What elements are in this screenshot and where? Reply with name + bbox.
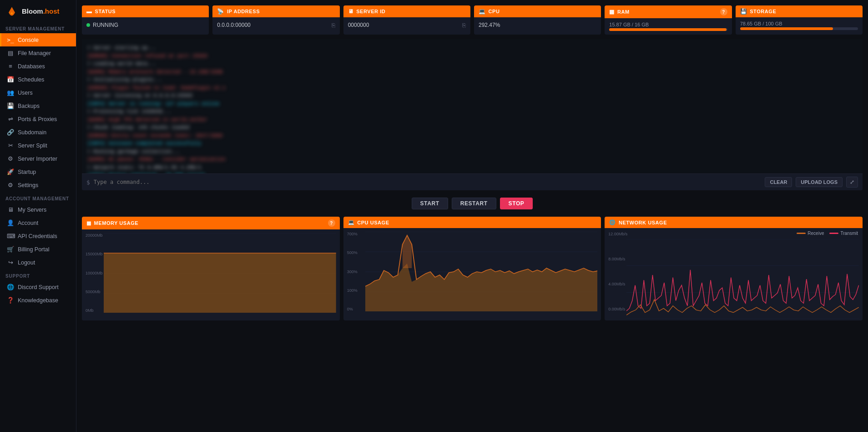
start-button[interactable]: START — [412, 198, 448, 209]
status-header-icon: ▬ — [86, 8, 92, 15]
serverid-header-icon: 🖥 — [348, 8, 354, 15]
console-input-row: $ CLEAR UPLOAD LOGS ⤢ — [82, 173, 863, 190]
support-label: SUPPORT — [0, 269, 76, 280]
sidebar-item-my-servers[interactable]: 🖥 My Servers — [0, 203, 76, 216]
serverid-card-header: 🖥 SERVER ID — [343, 5, 470, 17]
cpu-chart-svg-wrap — [365, 232, 598, 319]
svg-marker-12 — [402, 235, 411, 268]
sidebar-item-label: Knowledgebase — [18, 297, 58, 304]
ip-header-icon: 📡 — [217, 8, 224, 15]
ram-card-header: ▦ RAM ? — [605, 5, 732, 18]
ports-icon: ⇌ — [7, 116, 14, 122]
sidebar-item-users[interactable]: 👥 Users — [0, 86, 76, 99]
cpu-card-header: 💻 CPU — [474, 5, 601, 17]
storage-value: 78.65 GB / 100 GB — [740, 21, 858, 26]
sidebar-item-knowledgebase[interactable]: ❓ Knowledgebase — [0, 294, 76, 307]
cpu-y-labels: 700% 500% 300% 100% 0% — [347, 232, 358, 311]
sidebar-item-console[interactable]: >_ Console — [0, 33, 76, 46]
sidebar-item-schedules[interactable]: 📅 Schedules — [0, 73, 76, 86]
ip-card-body: 0.0.0.0:00000 ⎘ — [212, 17, 339, 33]
databases-icon: ≡ — [7, 63, 14, 70]
sidebar-item-label: Billing Portal — [18, 246, 49, 253]
account-management-label: ACCOUNT MANAGEMENT — [0, 192, 76, 203]
sidebar-item-file-manager[interactable]: ▤ File Manager — [0, 46, 76, 60]
main-content: ▬ STATUS RUNNING 📡 IP ADDRESS 0.0.0.0:00… — [76, 0, 868, 432]
cpu-chart-card: 💻 CPU USAGE 700% 500% 300% 100% 0% — [343, 217, 601, 320]
cpu-card: 💻 CPU 292.47% — [474, 5, 601, 35]
sidebar-item-discord-support[interactable]: 🌐 Discord Support — [0, 280, 76, 294]
file-manager-icon: ▤ — [7, 50, 14, 56]
serverid-label: SERVER ID — [356, 9, 385, 14]
network-chart-title: NETWORK USAGE — [619, 220, 667, 225]
discord-icon: 🌐 — [7, 284, 14, 290]
sidebar-item-billing-portal[interactable]: 🛒 Billing Portal — [0, 243, 76, 256]
ram-help-icon[interactable]: ? — [720, 8, 727, 15]
svg-marker-11 — [365, 264, 598, 311]
sidebar-item-databases[interactable]: ≡ Databases — [0, 60, 76, 73]
sidebar-item-account[interactable]: 👤 Account — [0, 216, 76, 229]
storage-progress-bg — [740, 27, 858, 30]
status-card-body: RUNNING — [82, 17, 209, 33]
storage-label: STORAGE — [750, 9, 776, 14]
serverid-copy-icon[interactable]: ⎘ — [462, 22, 466, 29]
sidebar-item-logout[interactable]: ↪ Logout — [0, 256, 76, 269]
sidebar-item-ports-proxies[interactable]: ⇌ Ports & Proxies — [0, 112, 76, 126]
cpu-chart-title: CPU USAGE — [357, 220, 389, 225]
sidebar-item-label: My Servers — [18, 207, 46, 213]
status-card: ▬ STATUS RUNNING — [82, 5, 209, 35]
ram-card: ▦ RAM ? 15.87 GB / 16 GB — [605, 5, 732, 35]
memory-help-icon[interactable]: ? — [328, 219, 335, 227]
server-management-label: SERVER MANAGEMENT — [0, 22, 76, 33]
sidebar-item-settings[interactable]: ⚙ Settings — [0, 178, 76, 192]
sidebar-item-server-split[interactable]: ✂ Server Split — [0, 139, 76, 152]
receive-legend: Receive — [797, 231, 824, 236]
clear-button[interactable]: CLEAR — [765, 177, 792, 187]
backups-icon: 💾 — [7, 102, 14, 109]
expand-console-button[interactable]: ⤢ — [846, 177, 858, 188]
memory-chart-card: ▦ MEMORY USAGE ? 20000Mb 15000Mb 10000Mb… — [82, 217, 340, 320]
storage-card-body: 78.65 GB / 100 GB — [736, 17, 863, 34]
memory-chart-header: ▦ MEMORY USAGE ? — [82, 217, 340, 229]
sidebar-item-server-importer[interactable]: ⚙ Server Importer — [0, 152, 76, 165]
sidebar-item-label: API Credentials — [18, 233, 57, 239]
cpu-chart-header: 💻 CPU USAGE — [343, 217, 601, 228]
network-chart-header: 🌐 NETWORK USAGE — [605, 217, 863, 228]
sidebar-item-label: Subdomain — [18, 129, 46, 136]
account-icon: 👤 — [7, 219, 14, 226]
serverid-card-body: 0000000 ⎘ — [343, 17, 470, 33]
storage-card-header: 💾 STORAGE — [736, 5, 863, 17]
ram-label: RAM — [617, 9, 630, 15]
sidebar-item-label: Server Split — [18, 142, 47, 149]
sidebar-item-label: Schedules — [18, 76, 44, 83]
memory-chart-icon: ▦ — [86, 220, 91, 226]
console-icon: >_ — [7, 36, 14, 43]
schedules-icon: 📅 — [7, 76, 14, 83]
ip-card-header: 📡 IP ADDRESS — [212, 5, 339, 17]
sidebar-item-label: Console — [18, 37, 39, 43]
network-legend: Receive Transmit — [797, 231, 858, 236]
ip-copy-icon[interactable]: ⎘ — [332, 22, 335, 29]
ram-progress-bg — [609, 28, 727, 31]
settings-icon: ⚙ — [7, 182, 14, 188]
network-y-labels: 12.00Mb/s 8.00Mb/s 4.00Mb/s 0.00Mb/s — [608, 232, 627, 311]
serverid-value: 0000000 — [348, 22, 369, 28]
my-servers-icon: 🖥 — [7, 206, 14, 213]
ram-header-icon: ▦ — [609, 9, 615, 15]
restart-button[interactable]: RESTART — [452, 198, 496, 209]
knowledgebase-icon: ❓ — [7, 297, 14, 304]
ip-address-card: 📡 IP ADDRESS 0.0.0.0:00000 ⎘ — [212, 5, 339, 35]
sidebar-item-subdomain[interactable]: 🔗 Subdomain — [0, 126, 76, 139]
storage-progress-fill — [740, 27, 833, 30]
sidebar-item-backups[interactable]: 💾 Backups — [0, 99, 76, 112]
cpu-label: CPU — [489, 9, 500, 14]
sidebar: Bloom.host SERVER MANAGEMENT >_ Console … — [0, 0, 76, 432]
memory-chart-body: 20000Mb 15000Mb 10000Mb 5000Mb 0Mb — [82, 229, 340, 320]
sidebar-item-startup[interactable]: 🚀 Startup — [0, 165, 76, 178]
storage-header-icon: 💾 — [740, 8, 747, 15]
status-label: STATUS — [95, 9, 116, 14]
console-log: > Server starting up... [ERROR] Connecti… — [82, 39, 863, 173]
console-input[interactable] — [94, 179, 762, 185]
upload-logs-button[interactable]: UPLOAD LOGS — [796, 177, 843, 187]
stop-button[interactable]: STOP — [500, 198, 533, 209]
sidebar-item-api-credentials[interactable]: ⌨ API Credentials — [0, 229, 76, 243]
